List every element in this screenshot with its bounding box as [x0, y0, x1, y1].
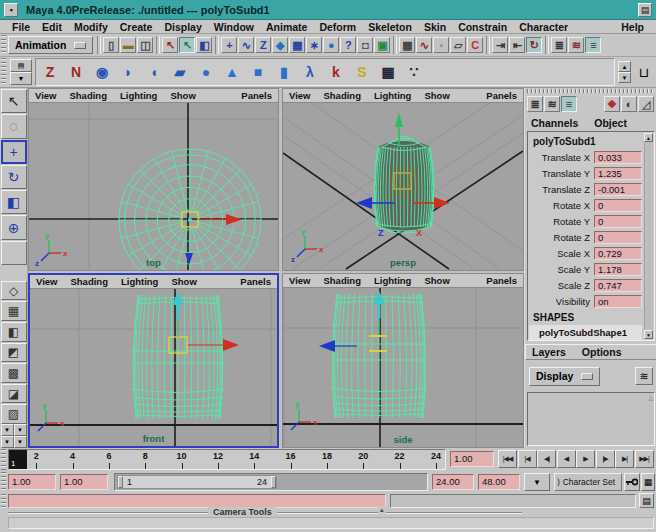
menu-animate[interactable]: Animate — [260, 21, 313, 33]
step-forward-key-button[interactable]: |▶ — [596, 450, 615, 468]
mask-misc-icon[interactable]: ? — [340, 37, 356, 53]
mask-hulls-icon[interactable]: ▦ — [289, 37, 305, 53]
play-backwards-button[interactable]: ◀ — [557, 450, 576, 468]
shelf-scroll-down-icon[interactable]: ▼ — [618, 72, 631, 83]
shape-node-name[interactable]: polyToSubdShape1 — [529, 325, 642, 340]
layout-persp-graph-icon[interactable]: ◩ — [1, 343, 27, 363]
script-editor-icon[interactable]: ▤ — [639, 493, 654, 508]
snap-grid-icon[interactable]: ▦ — [399, 37, 415, 53]
snap-curve-icon[interactable]: ∿ — [416, 37, 432, 53]
channel-value-field[interactable]: -0.001 — [594, 183, 642, 196]
last-tool-icon[interactable] — [1, 241, 27, 265]
shelf-menu-arrow-icon[interactable]: ▼ — [10, 72, 32, 85]
vp-menu-lighting[interactable]: Lighting — [120, 90, 157, 101]
output-connections-icon[interactable]: ⇤ — [509, 37, 525, 53]
scene-hierarchy-icon[interactable]: ❖ — [604, 96, 620, 112]
channel-value-field[interactable]: 0.747 — [594, 279, 642, 292]
joint-tool-icon[interactable]: λ — [298, 60, 322, 84]
particle-tool-icon[interactable]: ∵ — [402, 60, 426, 84]
playback-end-field[interactable]: 24.00 — [432, 474, 474, 490]
vp-menu-lighting[interactable]: Lighting — [374, 275, 411, 286]
range-slider-active[interactable]: 1 24 — [117, 475, 277, 489]
layout-menu-icon[interactable]: ▼ — [14, 424, 27, 436]
layers-menu-options[interactable]: Options — [582, 346, 622, 358]
layout-menu-icon[interactable]: ▼ — [14, 436, 27, 448]
nurbs-cube-icon[interactable]: ■ — [246, 60, 270, 84]
ik-handle-tool-icon[interactable]: k — [324, 60, 348, 84]
toolbar-separator[interactable] — [393, 36, 397, 54]
step-back-frame-button[interactable]: |◀ — [518, 450, 537, 468]
shelf-handle[interactable] — [1, 58, 6, 86]
vp-menu-lighting[interactable]: Lighting — [121, 276, 158, 287]
time-slider[interactable]: 1 24681012141618202224 — [8, 449, 446, 470]
animation-preferences-icon[interactable]: ▦ — [641, 473, 655, 491]
vp-menu-shading[interactable]: Shading — [70, 276, 107, 287]
make-live-icon[interactable]: C — [467, 37, 483, 53]
mask-pivots-icon[interactable]: ∗ — [306, 37, 322, 53]
loft-icon[interactable]: ◗ — [116, 60, 140, 84]
channel-value-field[interactable]: 0.729 — [594, 247, 642, 260]
viewport-persp-canvas[interactable]: ZXyxz — [283, 103, 523, 270]
menu-deform[interactable]: Deform — [313, 21, 362, 33]
lattice-icon[interactable]: ▦ — [376, 60, 400, 84]
shelf-tab-icon[interactable]: ▤ — [10, 59, 32, 72]
menu-window[interactable]: Window — [208, 21, 260, 33]
character-set-selector[interactable]: ⟩ Character Set — [554, 473, 622, 491]
toolbar-separator[interactable] — [215, 36, 219, 54]
snap-view-plane-icon[interactable]: ▱ — [450, 37, 466, 53]
planar-icon[interactable]: ▰ — [168, 60, 192, 84]
menu-skin[interactable]: Skin — [418, 21, 452, 33]
range-end-handle[interactable] — [271, 476, 276, 488]
channel-value-field[interactable]: 1.235 — [594, 167, 642, 180]
nurbs-sphere-icon[interactable]: ● — [194, 60, 218, 84]
layout-menu-icon[interactable]: ▼ — [1, 424, 14, 436]
layout-uv-editor-icon[interactable]: ▨ — [1, 404, 27, 424]
vp-menu-panels[interactable]: Panels — [486, 90, 517, 101]
ik-spline-tool-icon[interactable]: S — [350, 60, 374, 84]
save-scene-icon[interactable]: ◫ — [137, 37, 153, 53]
show-manipulator-tool-icon[interactable]: ⊕ — [1, 215, 27, 239]
layer-list-icon[interactable]: ≡ — [561, 96, 577, 112]
vp-menu-view[interactable]: View — [289, 90, 310, 101]
select-by-hierarchy-icon[interactable]: ↖ — [162, 37, 178, 53]
viewport-front[interactable]: ViewShadingLightingShowPanels yx front — [28, 273, 279, 448]
go-to-end-button[interactable]: ▶▶| — [635, 450, 654, 468]
layout-single-persp-icon[interactable]: ◇ — [1, 281, 27, 301]
vp-menu-panels[interactable]: Panels — [241, 90, 272, 101]
pencil-curve-tool-icon[interactable]: N — [64, 60, 88, 84]
menu-help[interactable]: Help — [615, 21, 650, 33]
channel-box-menu-channels[interactable]: Channels — [531, 117, 578, 129]
channel-list-icon[interactable]: ≣ — [527, 96, 543, 112]
vp-menu-show[interactable]: Show — [171, 276, 196, 287]
go-to-start-button[interactable]: |◀◀ — [498, 450, 517, 468]
range-slider-handle[interactable] — [1, 472, 6, 492]
toolbar-separator[interactable] — [545, 36, 549, 54]
layout-persp-trax-icon[interactable]: ◪ — [1, 384, 27, 404]
menu-display[interactable]: Display — [158, 21, 207, 33]
mask-curves-icon[interactable]: ∿ — [238, 37, 254, 53]
render-globals-icon[interactable]: ◐ — [621, 96, 637, 112]
viewport-side[interactable]: ViewShadingLightingShowPanels yx side — [282, 273, 524, 448]
move-tool-icon[interactable]: + — [1, 140, 27, 164]
vp-menu-shading[interactable]: Shading — [323, 275, 360, 286]
layers-scroll-icon[interactable]: △ — [648, 394, 653, 401]
channel-value-field[interactable]: 1.178 — [594, 263, 642, 276]
mask-lines-icon[interactable]: Z — [255, 37, 271, 53]
step-back-key-button[interactable]: ◀| — [537, 450, 556, 468]
play-forwards-button[interactable]: ▶ — [576, 450, 595, 468]
channel-layers-split-icon[interactable]: ≋ — [544, 96, 560, 112]
vp-menu-show[interactable]: Show — [424, 275, 449, 286]
channel-value-field[interactable]: 0 — [594, 215, 642, 228]
vp-menu-panels[interactable]: Panels — [240, 276, 271, 287]
select-by-object-icon[interactable]: ↖ — [179, 37, 195, 53]
channel-box-scrollbar[interactable]: ▲ ▼ — [644, 133, 653, 339]
vp-menu-shading[interactable]: Shading — [323, 90, 360, 101]
vp-menu-lighting[interactable]: Lighting — [374, 90, 411, 101]
vp-menu-view[interactable]: View — [36, 276, 57, 287]
time-slider-handle[interactable] — [1, 449, 6, 470]
channel-node-name[interactable]: polyToSubd1 — [528, 132, 654, 149]
vp-menu-view[interactable]: View — [35, 90, 56, 101]
viewport-side-canvas[interactable]: yx — [283, 288, 523, 447]
nurbs-cylinder-icon[interactable]: ▮ — [272, 60, 296, 84]
channel-value-field[interactable]: 0.033 — [594, 151, 642, 164]
